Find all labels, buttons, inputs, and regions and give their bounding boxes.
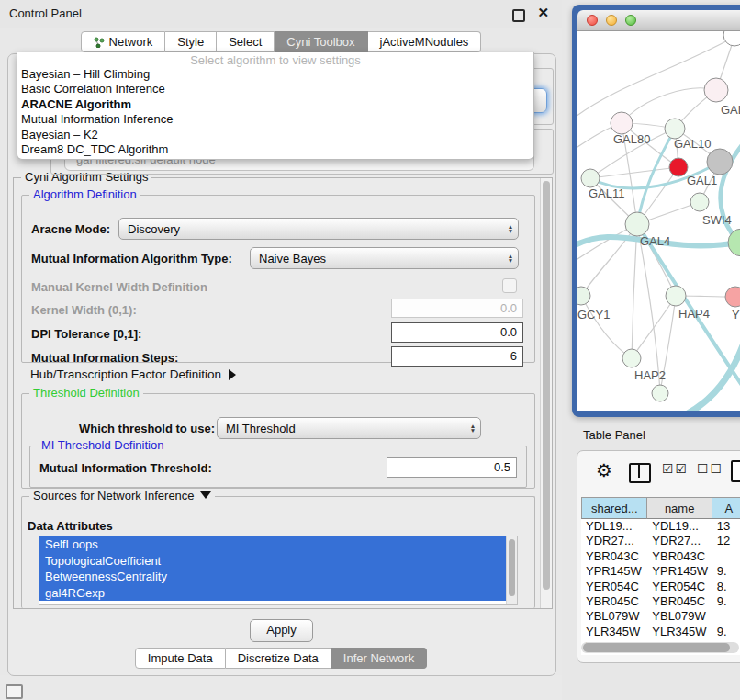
mi-type-combobox[interactable]: Naive Bayes ▲▼ [250, 247, 519, 269]
network-edge[interactable] [632, 224, 637, 358]
hub-definition-label: Hub/Transcription Factor Definition [30, 367, 221, 381]
network-node[interactable] [725, 287, 740, 307]
algorithm-dropdown-popup: Select algorithm to view settings Bayesi… [17, 52, 534, 160]
network-node[interactable] [581, 169, 600, 187]
table-row[interactable]: YDR27...YDR27...12 [581, 534, 740, 548]
minimize-traffic-light[interactable] [606, 15, 617, 26]
dropdown-item[interactable]: Dream8 DC_TDC Algorithm [17, 142, 533, 157]
network-node[interactable] [723, 31, 740, 46]
mi-threshold-field[interactable]: 0.5 [387, 457, 517, 478]
table-row[interactable]: YBR043CYBR043C [581, 549, 740, 564]
network-node[interactable] [622, 349, 641, 367]
dpi-tolerance-field[interactable]: 0.0 [391, 322, 523, 343]
network-node[interactable] [611, 112, 633, 134]
table-horizontal-scrollbar[interactable] [581, 642, 739, 653]
scrollbar-thumb[interactable] [509, 539, 515, 596]
column-header[interactable]: shared... [581, 497, 647, 519]
sources-group: Sources for Network Inference Data Attri… [21, 496, 535, 608]
network-node-label: GAL [721, 103, 740, 117]
table-row[interactable]: YDL19...YDL19...13 [581, 519, 740, 534]
settings-vertical-scrollbar[interactable] [540, 178, 552, 608]
mi-threshold-group-title: MI Threshold Definition [38, 439, 167, 452]
network-canvas[interactable]: GALGAL80GAL10GAL11SWI4GAL4HAP4YGCY1HAP2G… [577, 31, 740, 411]
network-edge[interactable] [577, 37, 734, 119]
network-edge[interactable] [637, 224, 660, 391]
network-node[interactable] [666, 286, 686, 306]
scrollbar-thumb[interactable] [543, 181, 550, 590]
column-header[interactable]: A [712, 497, 740, 519]
manual-kernel-checkbox[interactable] [502, 278, 517, 293]
table-row[interactable]: YBL079WYBL079W [581, 609, 740, 624]
network-node[interactable] [707, 149, 733, 175]
tab-impute-data[interactable]: Impute Data [135, 648, 226, 669]
zoom-traffic-light[interactable] [625, 15, 636, 26]
data-attributes-label: Data Attributes [28, 519, 113, 533]
tab-select[interactable]: Select [217, 31, 275, 52]
network-edge[interactable] [680, 338, 740, 411]
table-row[interactable]: YLR345WYLR345W9. [581, 625, 740, 639]
network-node[interactable] [669, 158, 688, 176]
aracne-mode-combobox[interactable]: Discovery ▲▼ [118, 218, 519, 240]
deselect-all-checkboxes-icon[interactable]: ☐☐ [697, 461, 723, 476]
network-node-label: HAP2 [634, 368, 666, 382]
sources-title-text: Sources for Network Inference [33, 489, 195, 502]
gear-icon[interactable]: ⚙ [596, 459, 612, 481]
network-window-titlebar[interactable] [577, 10, 740, 31]
apply-button[interactable]: Apply [250, 619, 313, 642]
dropdown-item[interactable]: Bayesian – Hill Climbing [17, 67, 533, 82]
minimized-panel-icon[interactable] [6, 684, 23, 699]
tab-network[interactable]: Network [81, 31, 166, 52]
column-header[interactable]: name [647, 497, 712, 519]
dropdown-item[interactable]: ARACNE Algorithm [17, 97, 533, 112]
attribute-list-item[interactable]: BetweennessCentrality [39, 569, 507, 585]
network-node[interactable] [577, 287, 590, 305]
attributes-list-scrollbar[interactable] [506, 536, 517, 604]
hub-definition-toggle[interactable]: Hub/Transcription Factor Definition [30, 367, 236, 381]
network-node[interactable] [625, 212, 649, 236]
mi-steps-field[interactable]: 6 [391, 346, 523, 367]
network-node[interactable] [665, 119, 685, 139]
table-cell: YDR27... [581, 534, 647, 548]
scrollbar-thumb[interactable] [583, 643, 730, 652]
dropdown-item[interactable]: Bayesian – K2 [17, 128, 533, 142]
close-icon[interactable]: ✕ [537, 5, 549, 21]
table-cell: YBL079W [581, 609, 647, 624]
network-view-window: GALGAL80GAL10GAL11SWI4GAL4HAP4YGCY1HAP2G… [572, 5, 740, 417]
columns-icon[interactable] [629, 463, 651, 483]
kernel-width-field[interactable]: 0.0 [391, 299, 523, 318]
table-row[interactable]: YBR045CYBR045C9. [581, 594, 740, 609]
attribute-list-item[interactable]: TopologicalCoefficient [39, 553, 507, 570]
aracne-mode-value: Discovery [119, 222, 503, 236]
table-cell: 8. [712, 580, 740, 594]
table-cell: YDL19... [647, 519, 712, 534]
tab-cyni-toolbox[interactable]: Cyni Toolbox [275, 31, 367, 52]
table-panel: ⚙ ☑☑ ☐☐ shared...nameA YDL19...YDL19...1… [577, 450, 740, 663]
dropdown-item[interactable]: Mutual Information Inference [17, 112, 533, 127]
tab-infer-network[interactable]: Infer Network [331, 648, 427, 669]
sources-group-title[interactable]: Sources for Network Inference [29, 490, 215, 502]
float-window-icon[interactable] [512, 9, 525, 22]
select-all-checkboxes-icon[interactable]: ☑☑ [662, 461, 689, 476]
network-node[interactable] [704, 78, 728, 102]
dropdown-item-list: Bayesian – Hill ClimbingBasic Correlatio… [17, 67, 533, 157]
cyni-algorithm-settings-group: Cyni Algorithm Settings Algorithm Defini… [13, 177, 553, 609]
export-table-icon[interactable] [731, 460, 740, 482]
close-traffic-light[interactable] [587, 15, 598, 26]
attribute-list-item[interactable]: gal4RGexp [39, 585, 507, 602]
table-row[interactable]: YPR145WYPR145W9. [581, 564, 740, 579]
network-node[interactable] [690, 193, 709, 211]
tab-jactivemnodules[interactable]: jActiveMNodules [368, 31, 482, 52]
table-row[interactable]: YER054CYER054C8. [581, 580, 740, 594]
attribute-list-item[interactable]: SelfLoops [39, 536, 507, 553]
tab-discretize-data[interactable]: Discretize Data [226, 648, 331, 669]
which-threshold-combobox[interactable]: MI Threshold ▲▼ [217, 417, 481, 439]
network-edge[interactable] [581, 296, 632, 358]
tab-style[interactable]: Style [165, 31, 217, 52]
network-node[interactable] [652, 385, 668, 401]
dropdown-item[interactable]: Basic Correlation Inference [17, 82, 533, 96]
network-edge[interactable] [622, 88, 716, 123]
table-cell: 12 [712, 534, 740, 548]
network-edge[interactable] [632, 296, 676, 358]
table-cell: 13 [712, 519, 740, 534]
network-node-label: GAL80 [613, 132, 650, 146]
